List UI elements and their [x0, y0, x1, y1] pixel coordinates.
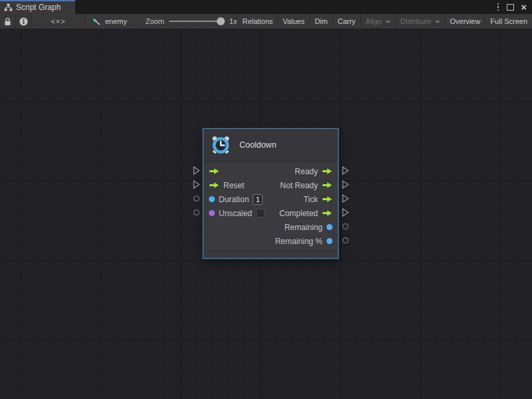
node-header[interactable]: Cooldown: [203, 129, 338, 162]
info-icon: [19, 17, 28, 26]
align-button: Align: [360, 14, 395, 29]
port-row: Duration Tick: [203, 192, 338, 206]
code-view-button[interactable]: <×>: [31, 14, 86, 29]
completed-flow-port[interactable]: [322, 209, 332, 217]
ready-flow-port[interactable]: [322, 168, 332, 175]
close-button[interactable]: ×: [521, 2, 527, 12]
ext-remaining-percent-value-marker[interactable]: [342, 237, 348, 243]
tick-flow-port[interactable]: [322, 196, 332, 203]
zoom-slider-thumb[interactable]: [217, 17, 225, 25]
not-ready-flow-port[interactable]: [322, 182, 332, 189]
graph-canvas[interactable]: Cooldown Ready Reset: [0, 29, 532, 399]
window-menu-button[interactable]: [496, 2, 501, 13]
lock-icon: [4, 17, 11, 26]
duration-input[interactable]: [253, 194, 263, 205]
ext-tick-flow-marker[interactable]: [342, 194, 349, 203]
unscaled-value-port[interactable]: [209, 210, 215, 216]
reset-flow-port[interactable]: [209, 182, 219, 189]
ext-completed-flow-marker[interactable]: [342, 208, 349, 217]
toolbar-buttons: Relations Values Dim Carry Align Distrib…: [237, 14, 532, 29]
window-controls: ×: [496, 0, 532, 14]
node-body: Ready Reset Not Ready: [203, 162, 338, 251]
ext-not-ready-flow-marker[interactable]: [342, 180, 349, 189]
values-button[interactable]: Values: [277, 14, 309, 29]
cooldown-node[interactable]: Cooldown Ready Reset: [203, 128, 338, 259]
ext-remaining-value-marker[interactable]: [342, 223, 348, 229]
info-button[interactable]: [16, 14, 31, 29]
chevron-down-icon: [435, 21, 440, 23]
node-footer: [203, 251, 338, 258]
ext-reset-flow-marker[interactable]: [193, 180, 200, 189]
tab-label: Script Graph: [16, 3, 61, 12]
flow-input-port[interactable]: [209, 168, 219, 175]
ext-duration-value-marker[interactable]: [194, 196, 200, 201]
port-row: Ready: [203, 164, 338, 178]
relations-button[interactable]: Relations: [237, 14, 277, 29]
chevron-down-icon: [385, 21, 390, 23]
port-row: Remaining %: [203, 234, 338, 248]
alarm-clock-icon: [210, 134, 231, 156]
ext-ready-flow-marker[interactable]: [342, 166, 349, 175]
zoom-slider[interactable]: [169, 17, 225, 26]
graph-hierarchy-icon: [4, 3, 13, 11]
tab-script-graph[interactable]: Script Graph: [0, 0, 75, 14]
tab-bar: Script Graph ×: [0, 0, 532, 14]
script-graph-asset-icon: [92, 17, 101, 26]
script-graph-window: Script Graph × <×>: [0, 0, 532, 399]
full-screen-button[interactable]: Full Screen: [485, 14, 532, 29]
zoom-control: Zoom 1x: [146, 14, 237, 29]
distribute-button: Distribute: [395, 14, 444, 29]
zoom-label: Zoom: [146, 17, 164, 25]
remaining-percent-value-port[interactable]: [327, 238, 332, 244]
graph-toolbar: <×> enemy Zoom 1x Relations Values Dim C…: [0, 14, 532, 29]
lock-button[interactable]: [0, 14, 16, 29]
zoom-value: 1x: [229, 17, 237, 25]
graph-name: enemy: [105, 17, 127, 25]
port-row: Reset Not Ready: [203, 178, 338, 192]
carry-button[interactable]: Carry: [332, 14, 360, 29]
unscaled-checkbox[interactable]: [256, 209, 265, 217]
ext-flow-input-marker[interactable]: [193, 166, 200, 175]
port-row: Unscaled Completed: [203, 206, 338, 220]
overview-button[interactable]: Overview: [445, 14, 485, 29]
port-row: Remaining: [203, 220, 338, 234]
node-title: Cooldown: [239, 140, 277, 150]
tab-focus-accent: [0, 0, 75, 1]
dim-button[interactable]: Dim: [309, 14, 332, 29]
remaining-value-port[interactable]: [327, 224, 332, 230]
duration-value-port[interactable]: [209, 196, 215, 202]
graph-breadcrumb[interactable]: enemy: [86, 14, 146, 29]
ext-unscaled-value-marker[interactable]: [194, 209, 200, 215]
maximize-button[interactable]: [507, 4, 514, 11]
